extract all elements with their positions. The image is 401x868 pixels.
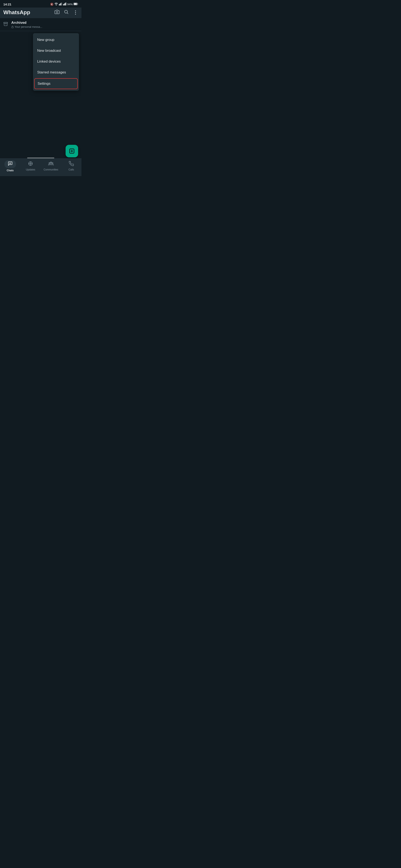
archived-title: Archived — [11, 21, 78, 25]
chats-icon — [8, 162, 13, 167]
app-header: WhatsApp ⋮ — [0, 7, 82, 18]
nav-updates[interactable]: Updates — [23, 161, 38, 171]
camera-icon[interactable] — [55, 9, 59, 16]
menu-item-new-broadcast[interactable]: New broadcast — [33, 45, 79, 56]
archived-info: Archived Your personal messa... — [11, 21, 78, 28]
svg-rect-14 — [4, 22, 7, 23]
app-title: WhatsApp — [3, 9, 30, 16]
status-bar: 14:21 🔇 — [0, 0, 82, 7]
svg-rect-7 — [65, 3, 65, 5]
dropdown-menu: New group New broadcast Linked devices S… — [33, 33, 79, 91]
svg-rect-6 — [64, 4, 64, 5]
svg-line-13 — [67, 13, 68, 13]
battery-icon — [74, 3, 78, 6]
svg-rect-15 — [12, 27, 13, 28]
battery-text: 94% — [67, 3, 73, 6]
archive-icon — [3, 22, 8, 27]
svg-point-11 — [56, 11, 58, 13]
signal-icon — [59, 2, 62, 6]
status-time: 14:21 — [3, 2, 11, 6]
svg-rect-8 — [65, 2, 66, 5]
svg-rect-3 — [61, 3, 61, 5]
updates-icon — [28, 161, 33, 167]
communities-icon — [48, 161, 54, 167]
menu-item-starred-messages[interactable]: Starred messages — [33, 67, 79, 78]
svg-point-0 — [56, 5, 57, 5]
more-options-icon[interactable]: ⋮ — [73, 9, 78, 16]
nav-communities[interactable]: Communities — [44, 161, 58, 171]
header-icons: ⋮ — [55, 9, 78, 16]
svg-point-22 — [30, 163, 31, 164]
menu-item-linked-devices[interactable]: Linked devices — [33, 56, 79, 67]
communities-label: Communities — [44, 168, 58, 171]
svg-point-12 — [64, 10, 67, 13]
menu-item-settings[interactable]: Settings — [34, 78, 78, 89]
archived-subtitle: Your personal messa... — [11, 25, 78, 28]
svg-rect-4 — [61, 2, 62, 5]
archived-row[interactable]: Archived Your personal messa... — [0, 18, 82, 31]
svg-point-27 — [49, 162, 50, 164]
chats-label: Chats — [7, 169, 13, 172]
search-icon[interactable] — [64, 9, 69, 16]
svg-point-29 — [52, 162, 53, 164]
calls-icon — [69, 161, 74, 167]
nav-chats[interactable]: Chats — [3, 160, 18, 172]
svg-rect-1 — [59, 4, 59, 5]
svg-point-28 — [50, 162, 52, 163]
wifi-icon — [54, 2, 58, 6]
bottom-nav: Chats Updates — [0, 158, 82, 176]
status-icons: 🔇 — [50, 2, 78, 6]
updates-label: Updates — [26, 168, 35, 171]
menu-item-new-group[interactable]: New group — [33, 34, 79, 45]
main-content: New group New broadcast Linked devices S… — [0, 31, 82, 176]
svg-rect-2 — [60, 4, 60, 5]
calls-label: Calls — [68, 168, 74, 171]
new-chat-fab[interactable] — [65, 145, 78, 157]
svg-rect-5 — [63, 4, 64, 5]
signal2-icon — [63, 2, 66, 6]
app-container: 14:21 🔇 — [0, 0, 82, 176]
nav-calls[interactable]: Calls — [64, 161, 79, 171]
mute-icon: 🔇 — [50, 3, 54, 6]
svg-rect-10 — [74, 3, 77, 5]
